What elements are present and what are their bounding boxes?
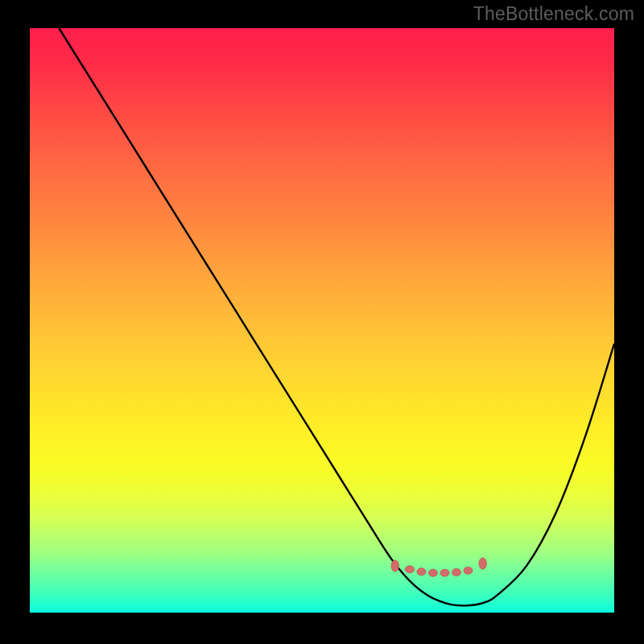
optimum-marker bbox=[417, 568, 426, 576]
bottleneck-curve bbox=[59, 28, 614, 605]
optimum-marker bbox=[479, 558, 487, 569]
chart-frame: TheBottleneck.com bbox=[0, 0, 644, 644]
optimum-marker bbox=[405, 566, 414, 573]
plot-area bbox=[30, 28, 614, 613]
optimum-marker bbox=[440, 569, 449, 576]
optimum-marker bbox=[464, 567, 473, 574]
optimum-marker bbox=[391, 560, 399, 572]
optimum-marker bbox=[428, 569, 437, 576]
optimum-markers bbox=[391, 558, 487, 576]
watermark-text: TheBottleneck.com bbox=[473, 3, 634, 25]
optimum-marker bbox=[452, 568, 460, 576]
curve-layer bbox=[30, 28, 614, 613]
